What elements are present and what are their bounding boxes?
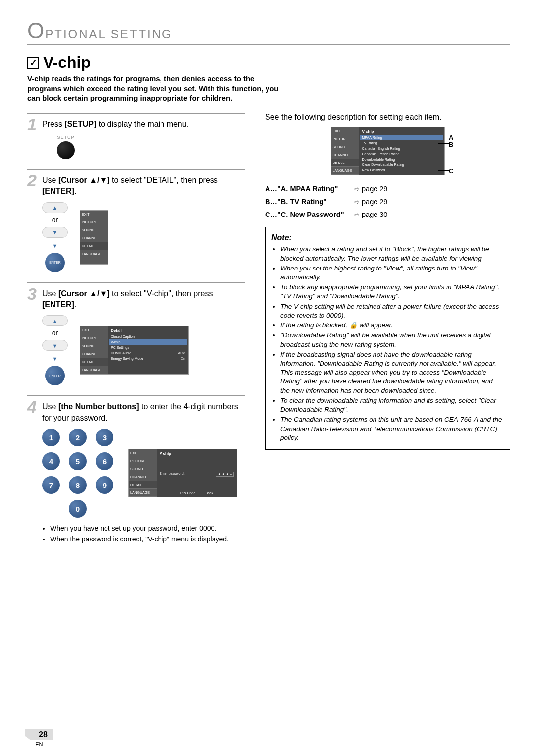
note-item: If the rating is blocked, 🔒 will appear. [280, 321, 504, 330]
osd-row: MPAA Rating [360, 135, 443, 140]
callout-c: C [449, 167, 453, 175]
or-label: or [52, 329, 58, 337]
key-0: 0 [69, 500, 87, 518]
step-4: 4 Use [the Number buttons] to enter the … [27, 395, 245, 555]
reference-table: A…"A. MPAA Rating" page 29 B…"B. TV Rati… [265, 182, 510, 221]
key-5: 5 [69, 452, 87, 470]
osd-row-label: Closed Caption [111, 335, 135, 338]
enter-button-icon: ENTER [45, 366, 65, 385]
callout-a: A [449, 134, 453, 141]
osd-main-step4: V-chip Enter password. ★ ★ ★ – PIN Code … [157, 449, 237, 497]
setup-button-figure: SETUP [57, 135, 75, 159]
osd-side-sound: SOUND [80, 342, 108, 350]
osd-row: Energy Saving ModeOn [109, 356, 187, 361]
step-3-number: 3 [27, 284, 37, 304]
enter-label: ENTER [49, 374, 61, 378]
cursor-down-icon [42, 227, 68, 238]
step-1-bold: [SETUP] [64, 120, 96, 128]
cursor-pad-figure-3: or ENTER [42, 315, 68, 385]
cursor-up-icon [42, 315, 68, 326]
osd-row-value: Auto [178, 351, 185, 355]
ref-row-b: B…"B. TV Rating" page 29 [265, 195, 510, 208]
number-keypad: 1 2 3 4 5 6 7 8 9 0 [42, 429, 116, 518]
osd-row: TV Rating [360, 140, 443, 146]
section-header: O PTIONAL SETTING [27, 20, 510, 45]
step-4-number: 4 [27, 397, 37, 417]
osd-side-picture: PICTURE [80, 334, 108, 342]
note-item: The Canadian rating systems on this unit… [280, 415, 504, 442]
osd-sidebar: EXIT PICTURE SOUND CHANNEL DETAIL LANGUA… [129, 449, 157, 497]
step-4-notes: When you have not set up your password, … [42, 524, 245, 544]
key-4: 4 [42, 452, 60, 470]
ref-title: "B. TV Rating" [277, 198, 327, 206]
right-intro: See the following description for settin… [265, 113, 510, 122]
osd-foot-pin: PIN Code [180, 491, 195, 495]
step-1-post: to display the main menu. [96, 120, 189, 128]
list-item: When you have not set up your password, … [50, 524, 245, 534]
note-item: The V-chip setting will be retained afte… [280, 302, 504, 320]
ref-title: "C. New Password" [277, 211, 344, 218]
osd-sidebar: EXIT PICTURE SOUND CHANNEL DETAIL LANGUA… [80, 211, 108, 264]
list-item: When the password is correct, "V-chip" m… [50, 535, 245, 544]
osd-side-sound: SOUND [331, 143, 359, 151]
step-3-post: . [74, 300, 76, 309]
key-7: 7 [42, 476, 60, 494]
osd-side-picture: PICTURE [129, 457, 157, 465]
setup-label: SETUP [57, 135, 75, 140]
step-4-pre: Use [42, 402, 58, 411]
osd-main-overview: V-chip MPAA Rating TV Rating Canadian En… [359, 127, 444, 175]
osd-side-channel: CHANNEL [331, 151, 359, 159]
setup-button-icon [57, 141, 75, 159]
osd-row: Downloadable Rating [360, 157, 443, 162]
osd-side-detail: DETAIL [80, 358, 108, 366]
osd-row: PC Settings [109, 345, 187, 350]
step-1-number: 1 [27, 115, 37, 134]
page-title: V-chip [43, 54, 91, 72]
osd-row: Closed Caption [109, 334, 187, 339]
left-column: 1 Press [SETUP] to display the main menu… [27, 113, 245, 555]
step-1-pre: Press [42, 120, 64, 128]
osd-side-sound: SOUND [129, 465, 157, 473]
osd-side-language: LANGUAGE [331, 167, 359, 175]
page-lang: EN [35, 741, 43, 747]
cursor-up-icon [42, 202, 68, 213]
osd-row: Canadian English Rating [360, 146, 443, 151]
osd-side-sound: SOUND [80, 226, 108, 234]
osd-side-channel: CHANNEL [129, 473, 157, 481]
ref-page: page 30 [354, 208, 387, 221]
page-number: 28 EN [25, 729, 54, 747]
down-arrow-icon [53, 241, 58, 250]
right-column: See the following description for settin… [265, 113, 510, 555]
header-rest: PTIONAL SETTING [45, 28, 172, 40]
step-3-text: Use [Cursor ▲/▼] to select "V-chip", the… [42, 288, 245, 311]
intro-text: V-chip reads the ratings for programs, t… [27, 74, 280, 103]
step-2-number: 2 [27, 171, 37, 190]
osd-main-step3: Detail Closed Caption V-chip PC Settings… [108, 326, 188, 374]
step-2-post: . [74, 187, 76, 195]
step-2-bold2: [ENTER] [42, 187, 74, 195]
ref-key: C… [265, 211, 277, 218]
enter-label: ENTER [49, 261, 61, 264]
or-label: or [52, 216, 58, 224]
key-6: 6 [96, 452, 113, 470]
ref-key: B… [265, 198, 277, 206]
osd-sidebar: EXIT PICTURE SOUND CHANNEL DETAIL LANGUA… [331, 127, 359, 175]
cursor-down-icon [42, 340, 68, 351]
step-2-bold: [Cursor ▲/▼] [58, 176, 110, 184]
osd-side-exit: EXIT [80, 326, 108, 334]
osd-enter-password-label: Enter password. [160, 472, 185, 477]
page-number-box: 28 [25, 729, 54, 740]
key-3: 3 [96, 429, 113, 446]
osd-side-language: LANGUAGE [80, 366, 108, 374]
osd-overview: EXIT PICTURE SOUND CHANNEL DETAIL LANGUA… [331, 127, 445, 175]
step-2-text: Use [Cursor ▲/▼] to select "DETAIL", the… [42, 175, 245, 197]
osd-row: HDMI1 AudioAuto [109, 350, 187, 356]
osd-row-label: PC Settings [111, 346, 129, 349]
step-3-pre: Use [42, 289, 58, 298]
key-9: 9 [96, 476, 113, 494]
enter-button-icon: ENTER [45, 253, 65, 272]
osd-side-language: LANGUAGE [129, 489, 157, 497]
step-1: 1 Press [SETUP] to display the main menu… [27, 113, 245, 169]
note-title: Note: [271, 232, 504, 243]
osd-side-detail: DETAIL [80, 242, 108, 250]
